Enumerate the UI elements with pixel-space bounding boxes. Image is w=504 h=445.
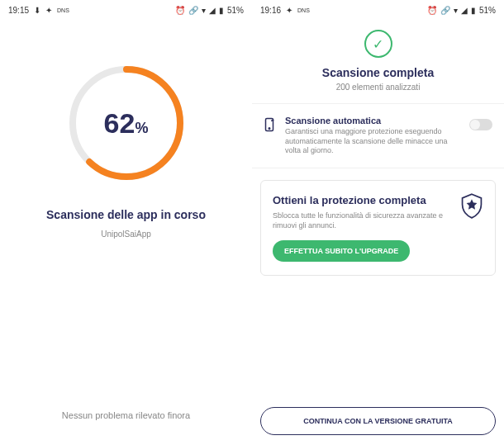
avast-icon: ✦: [45, 6, 52, 15]
status-bar: 19:16 ✦ DNS ⏰ 🔗 ▾ ◢ ▮ 51%: [252, 0, 504, 20]
status-battery: 51%: [227, 6, 244, 15]
upgrade-button[interactable]: EFFETTUA SUBITO L'UPGRADE: [273, 240, 410, 262]
check-icon: ✓: [364, 30, 392, 58]
signal-icon: ◢: [461, 6, 468, 15]
complete-title: Scansione completa: [252, 66, 504, 79]
dns-icon: DNS: [297, 7, 310, 13]
status-time: 19:15: [8, 6, 29, 15]
scan-footer-message: Nessun problema rilevato finora: [62, 410, 190, 420]
promo-card: Ottieni la protezione completa Sblocca t…: [260, 180, 496, 276]
result-area: ✓ Scansione completa 200 elementi analiz…: [252, 20, 504, 445]
progress-ring: 62%: [64, 61, 188, 185]
scan-title: Scansione delle app in corso: [46, 208, 206, 221]
scan-progress-area: 62% Scansione delle app in corso UnipolS…: [0, 20, 252, 445]
screen-complete: 19:16 ✦ DNS ⏰ 🔗 ▾ ◢ ▮ 51% ✓ Scansione co…: [252, 0, 504, 445]
dns-icon: DNS: [57, 7, 69, 13]
battery-icon: ▮: [471, 6, 476, 15]
auto-scan-title: Scansione automatica: [285, 116, 461, 125]
shield-star-icon: [460, 192, 483, 219]
alarm-icon: ⏰: [175, 6, 185, 15]
phone-scan-icon: [262, 117, 277, 132]
status-time: 19:16: [260, 6, 281, 15]
link-icon: 🔗: [188, 6, 198, 15]
alarm-icon: ⏰: [427, 6, 437, 15]
auto-scan-desc: Garantisci una maggiore protezione esegu…: [285, 127, 461, 156]
status-bar: 19:15 ⬇ ✦ DNS ⏰ 🔗 ▾ ◢ ▮ 51%: [0, 0, 252, 20]
battery-icon: ▮: [219, 6, 224, 15]
avast-icon: ✦: [286, 6, 292, 15]
auto-scan-row: Scansione automatica Garantisci una magg…: [252, 103, 504, 168]
wifi-icon: ▾: [454, 6, 458, 15]
signal-icon: ◢: [209, 6, 216, 15]
screen-scanning: 19:15 ⬇ ✦ DNS ⏰ 🔗 ▾ ◢ ▮ 51% 62% Scansion…: [0, 0, 252, 445]
link-icon: 🔗: [440, 6, 450, 15]
wifi-icon: ▾: [202, 6, 206, 15]
status-battery: 51%: [479, 6, 496, 15]
download-icon: ⬇: [34, 6, 40, 15]
auto-scan-toggle[interactable]: [469, 119, 492, 130]
svg-point-3: [269, 128, 270, 130]
complete-subtitle: 200 elementi analizzati: [252, 83, 504, 92]
continue-free-button[interactable]: CONTINUA CON LA VERSIONE GRATUITA: [260, 407, 496, 435]
progress-value: 62%: [104, 107, 149, 140]
promo-desc: Sblocca tutte le funzionalità di sicurez…: [273, 211, 483, 230]
scan-current-app: UnipolSaiApp: [101, 230, 151, 239]
promo-title: Ottieni la protezione completa: [273, 194, 483, 206]
